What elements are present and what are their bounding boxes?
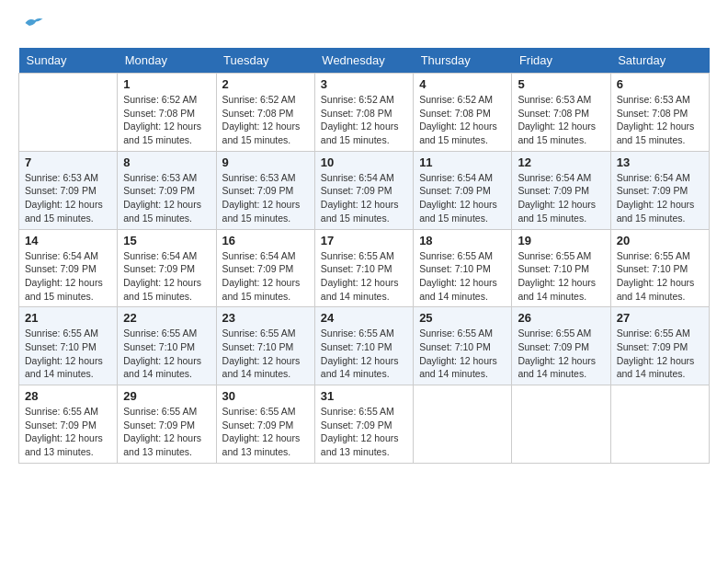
calendar-cell: 20Sunrise: 6:55 AMSunset: 7:10 PMDayligh… (610, 229, 709, 307)
weekday-header-friday: Friday (512, 48, 610, 74)
day-info: Sunrise: 6:54 AMSunset: 7:09 PMDaylight:… (419, 171, 506, 225)
calendar-cell: 30Sunrise: 6:55 AMSunset: 7:09 PMDayligh… (216, 385, 314, 464)
day-info: Sunrise: 6:54 AMSunset: 7:09 PMDaylight:… (518, 171, 604, 225)
calendar-cell: 16Sunrise: 6:54 AMSunset: 7:09 PMDayligh… (216, 229, 314, 307)
day-info: Sunrise: 6:55 AMSunset: 7:10 PMDaylight:… (25, 327, 111, 381)
day-number: 12 (518, 155, 604, 169)
day-number: 4 (419, 77, 506, 91)
day-info: Sunrise: 6:53 AMSunset: 7:08 PMDaylight:… (518, 93, 604, 147)
weekday-header-thursday: Thursday (414, 48, 512, 74)
day-info: Sunrise: 6:55 AMSunset: 7:10 PMDaylight:… (419, 327, 506, 381)
day-info: Sunrise: 6:55 AMSunset: 7:10 PMDaylight:… (321, 249, 407, 304)
day-number: 22 (123, 311, 210, 325)
day-number: 14 (25, 234, 111, 247)
calendar-cell: 25Sunrise: 6:55 AMSunset: 7:10 PMDayligh… (414, 307, 512, 385)
day-info: Sunrise: 6:53 AMSunset: 7:09 PMDaylight:… (123, 171, 210, 225)
calendar-cell: 11Sunrise: 6:54 AMSunset: 7:09 PMDayligh… (414, 151, 512, 229)
calendar-cell: 24Sunrise: 6:55 AMSunset: 7:10 PMDayligh… (314, 307, 413, 385)
day-info: Sunrise: 6:55 AMSunset: 7:09 PMDaylight:… (222, 405, 309, 459)
day-info: Sunrise: 6:52 AMSunset: 7:08 PMDaylight:… (123, 93, 210, 147)
day-number: 19 (518, 234, 604, 247)
day-info: Sunrise: 6:55 AMSunset: 7:10 PMDaylight:… (617, 249, 703, 304)
day-number: 31 (321, 389, 407, 403)
calendar-cell: 21Sunrise: 6:55 AMSunset: 7:10 PMDayligh… (19, 307, 118, 385)
weekday-header-monday: Monday (118, 48, 216, 74)
day-info: Sunrise: 6:52 AMSunset: 7:08 PMDaylight:… (222, 93, 309, 147)
calendar-cell: 17Sunrise: 6:55 AMSunset: 7:10 PMDayligh… (314, 229, 413, 307)
calendar-cell (512, 385, 610, 464)
day-number: 6 (617, 77, 703, 91)
calendar-week-row: 7Sunrise: 6:53 AMSunset: 7:09 PMDaylight… (19, 151, 710, 229)
calendar-cell: 22Sunrise: 6:55 AMSunset: 7:10 PMDayligh… (118, 307, 216, 385)
calendar-cell (19, 74, 118, 152)
calendar-cell (414, 385, 512, 464)
day-info: Sunrise: 6:55 AMSunset: 7:10 PMDaylight:… (419, 249, 506, 304)
logo-bird-icon (24, 13, 44, 33)
day-info: Sunrise: 6:55 AMSunset: 7:10 PMDaylight:… (222, 327, 309, 381)
day-number: 24 (321, 311, 407, 325)
day-number: 30 (222, 389, 309, 403)
day-info: Sunrise: 6:54 AMSunset: 7:09 PMDaylight:… (123, 249, 210, 304)
day-number: 16 (222, 234, 309, 247)
calendar-cell: 6Sunrise: 6:53 AMSunset: 7:08 PMDaylight… (610, 74, 709, 152)
calendar-cell: 19Sunrise: 6:55 AMSunset: 7:10 PMDayligh… (512, 229, 610, 307)
calendar-cell: 15Sunrise: 6:54 AMSunset: 7:09 PMDayligh… (118, 229, 216, 307)
calendar-cell: 4Sunrise: 6:52 AMSunset: 7:08 PMDaylight… (414, 74, 512, 152)
day-number: 13 (617, 155, 703, 169)
calendar-cell: 31Sunrise: 6:55 AMSunset: 7:09 PMDayligh… (314, 385, 413, 464)
day-info: Sunrise: 6:53 AMSunset: 7:09 PMDaylight:… (222, 171, 309, 225)
day-info: Sunrise: 6:54 AMSunset: 7:09 PMDaylight:… (321, 171, 407, 225)
day-info: Sunrise: 6:54 AMSunset: 7:09 PMDaylight:… (222, 249, 309, 304)
day-number: 20 (617, 234, 703, 247)
day-info: Sunrise: 6:53 AMSunset: 7:08 PMDaylight:… (617, 93, 703, 147)
day-info: Sunrise: 6:52 AMSunset: 7:08 PMDaylight:… (321, 93, 407, 147)
calendar-cell: 12Sunrise: 6:54 AMSunset: 7:09 PMDayligh… (512, 151, 610, 229)
day-number: 7 (25, 155, 111, 169)
day-number: 25 (419, 311, 506, 325)
day-info: Sunrise: 6:55 AMSunset: 7:09 PMDaylight:… (123, 405, 210, 459)
calendar-cell: 7Sunrise: 6:53 AMSunset: 7:09 PMDaylight… (19, 151, 118, 229)
weekday-header-sunday: Sunday (19, 48, 118, 74)
calendar-week-row: 14Sunrise: 6:54 AMSunset: 7:09 PMDayligh… (19, 229, 710, 307)
calendar-cell: 10Sunrise: 6:54 AMSunset: 7:09 PMDayligh… (314, 151, 413, 229)
page-header (18, 18, 710, 33)
day-number: 1 (123, 77, 210, 91)
calendar-table: SundayMondayTuesdayWednesdayThursdayFrid… (18, 48, 710, 464)
calendar-cell: 13Sunrise: 6:54 AMSunset: 7:09 PMDayligh… (610, 151, 709, 229)
day-number: 11 (419, 155, 506, 169)
calendar-cell (610, 385, 709, 464)
day-info: Sunrise: 6:55 AMSunset: 7:09 PMDaylight:… (617, 327, 703, 381)
day-number: 27 (617, 311, 703, 325)
day-info: Sunrise: 6:52 AMSunset: 7:08 PMDaylight:… (419, 93, 506, 147)
calendar-cell: 14Sunrise: 6:54 AMSunset: 7:09 PMDayligh… (19, 229, 118, 307)
weekday-header-row: SundayMondayTuesdayWednesdayThursdayFrid… (19, 48, 710, 74)
day-info: Sunrise: 6:55 AMSunset: 7:10 PMDaylight:… (518, 249, 604, 304)
weekday-header-tuesday: Tuesday (216, 48, 314, 74)
day-number: 10 (321, 155, 407, 169)
calendar-cell: 1Sunrise: 6:52 AMSunset: 7:08 PMDaylight… (118, 74, 216, 152)
calendar-cell: 27Sunrise: 6:55 AMSunset: 7:09 PMDayligh… (610, 307, 709, 385)
calendar-cell: 26Sunrise: 6:55 AMSunset: 7:09 PMDayligh… (512, 307, 610, 385)
day-number: 9 (222, 155, 309, 169)
day-number: 21 (25, 311, 111, 325)
day-info: Sunrise: 6:55 AMSunset: 7:09 PMDaylight:… (321, 405, 407, 459)
calendar-week-row: 1Sunrise: 6:52 AMSunset: 7:08 PMDaylight… (19, 74, 710, 152)
calendar-cell: 2Sunrise: 6:52 AMSunset: 7:08 PMDaylight… (216, 74, 314, 152)
calendar-week-row: 21Sunrise: 6:55 AMSunset: 7:10 PMDayligh… (19, 307, 710, 385)
calendar-week-row: 28Sunrise: 6:55 AMSunset: 7:09 PMDayligh… (19, 385, 710, 464)
calendar-cell: 5Sunrise: 6:53 AMSunset: 7:08 PMDaylight… (512, 74, 610, 152)
weekday-header-wednesday: Wednesday (314, 48, 413, 74)
calendar-cell: 9Sunrise: 6:53 AMSunset: 7:09 PMDaylight… (216, 151, 314, 229)
calendar-cell: 28Sunrise: 6:55 AMSunset: 7:09 PMDayligh… (19, 385, 118, 464)
day-info: Sunrise: 6:55 AMSunset: 7:09 PMDaylight:… (518, 327, 604, 381)
day-info: Sunrise: 6:55 AMSunset: 7:09 PMDaylight:… (25, 405, 111, 459)
day-number: 26 (518, 311, 604, 325)
logo (18, 18, 44, 33)
day-number: 5 (518, 77, 604, 91)
day-number: 18 (419, 234, 506, 247)
day-number: 29 (123, 389, 210, 403)
weekday-header-saturday: Saturday (610, 48, 709, 74)
calendar-cell: 8Sunrise: 6:53 AMSunset: 7:09 PMDaylight… (118, 151, 216, 229)
day-number: 8 (123, 155, 210, 169)
calendar-cell: 23Sunrise: 6:55 AMSunset: 7:10 PMDayligh… (216, 307, 314, 385)
